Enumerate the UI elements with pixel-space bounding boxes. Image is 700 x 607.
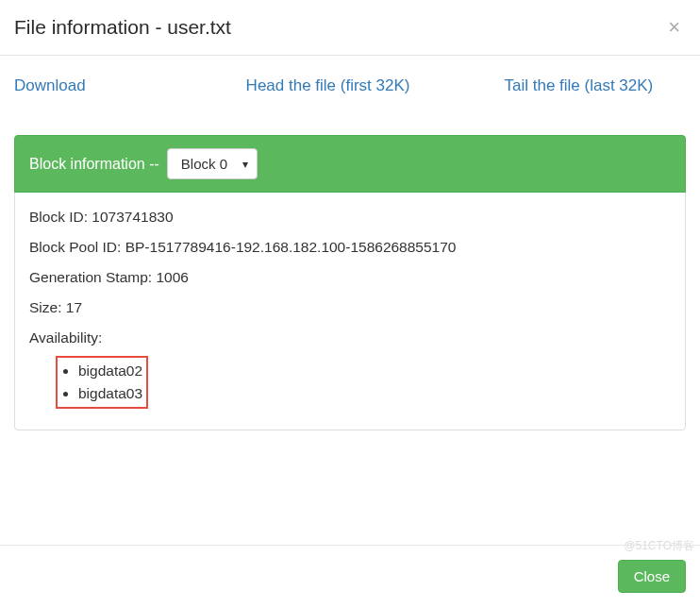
availability-nodes-box: bigdata02 bigdata03 [56,356,148,409]
block-id-row: Block ID: 1073741830 [29,209,671,226]
head-file-link[interactable]: Head the file (first 32K) [246,76,410,95]
block-id-label: Block ID: [29,209,88,225]
block-pool-value: BP-1517789416-192.168.182.100-1586268855… [125,239,457,255]
generation-stamp-value: 1006 [156,269,188,285]
modal-header: File information - user.txt × [0,0,700,56]
panel-body: Block ID: 1073741830 Block Pool ID: BP-1… [15,192,685,430]
list-item: bigdata02 [78,360,142,382]
file-actions: Download Head the file (first 32K) Tail … [0,56,700,118]
size-row: Size: 17 [29,299,671,316]
generation-stamp-row: Generation Stamp: 1006 [29,269,671,286]
block-select-wrapper: Block 0 [159,148,258,179]
block-info-panel: Block information -- Block 0 Block ID: 1… [14,135,686,430]
block-select[interactable]: Block 0 [167,148,258,179]
block-id-value: 1073741830 [92,209,173,225]
availability-list: bigdata02 bigdata03 [59,360,142,405]
tail-file-link[interactable]: Tail the file (last 32K) [504,76,653,95]
availability-row: Availability: [29,329,671,346]
close-button[interactable]: Close [618,560,686,593]
availability-label: Availability: [29,329,102,346]
size-label: Size: [29,299,61,315]
modal-footer: Close [0,545,700,607]
block-pool-row: Block Pool ID: BP-1517789416-192.168.182… [29,239,671,256]
block-info-label: Block information -- [29,156,159,173]
panel-heading: Block information -- Block 0 [14,135,686,193]
generation-stamp-label: Generation Stamp: [29,269,152,285]
download-link[interactable]: Download [14,76,86,95]
list-item: bigdata03 [78,382,142,405]
modal-title: File information - user.txt [14,16,231,39]
size-value: 17 [66,299,82,315]
close-icon[interactable]: × [662,15,686,40]
block-pool-label: Block Pool ID: [29,239,121,255]
